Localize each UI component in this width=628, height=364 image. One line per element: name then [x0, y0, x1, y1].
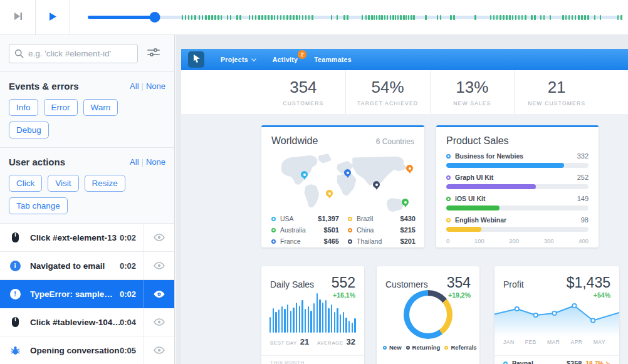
- map-pin-brazil: [326, 190, 333, 197]
- daily-sales-bar: [299, 306, 300, 333]
- daily-sales-bar: [322, 303, 323, 333]
- stats-bar: 354 CUSTOMERS 54% TARGET ACHIEVED 13% NE…: [181, 70, 628, 114]
- product-bar-fill: [446, 227, 481, 232]
- filter-settings-icon[interactable]: [147, 46, 160, 61]
- event-row-click-tableview[interactable]: Click #tableview-104… 0:04: [0, 308, 174, 336]
- daily-sales-bar: [278, 309, 280, 333]
- event-tick: [425, 15, 427, 20]
- events-errors-none-link[interactable]: None: [146, 81, 165, 91]
- filter-chip-error[interactable]: Error: [44, 99, 78, 116]
- filter-chip-warn[interactable]: Warn: [83, 99, 118, 116]
- event-row-opening-conversation[interactable]: Opening conversation 0:05: [0, 336, 174, 364]
- watch-event-button[interactable]: [144, 336, 174, 364]
- event-tick: [371, 15, 373, 20]
- event-tick: [299, 15, 301, 20]
- timeline-scrubber-handle[interactable]: [150, 12, 160, 23]
- play-button[interactable]: [36, 0, 70, 34]
- event-tick: [392, 15, 394, 20]
- legend-ring-icon: [271, 239, 276, 244]
- filter-chip-resize[interactable]: Resize: [85, 175, 125, 192]
- stat-value: 21: [548, 78, 566, 97]
- customers-legend: New Returning Referrals: [383, 344, 476, 351]
- search-input[interactable]: [28, 49, 132, 58]
- event-tick: [565, 15, 567, 20]
- error-icon: !: [0, 289, 30, 299]
- product-row: English Webinar98: [446, 216, 589, 232]
- filter-chip-tab-change[interactable]: Tab change: [9, 197, 68, 214]
- events-errors-title: Events & errors: [9, 81, 130, 91]
- profit-footer-delta: 18.7% ↘: [585, 360, 610, 364]
- customers-donut-chart: [404, 290, 453, 339]
- skip-forward-button[interactable]: [0, 0, 36, 34]
- daily-sales-bar-chart: [270, 293, 356, 333]
- map-pin-france: [344, 169, 351, 176]
- worldwide-legend: USA$1,397 Brazil$430 Australia$501 China…: [271, 215, 416, 245]
- event-row-click-ext-element[interactable]: Click #ext-element-13 0:02: [0, 224, 174, 252]
- watch-event-button[interactable]: [144, 224, 174, 252]
- user-actions-none-link[interactable]: None: [146, 157, 165, 167]
- event-tick: [506, 15, 508, 20]
- event-tick: [540, 15, 542, 20]
- worldwide-card: Worldwide 6 Countries USA$1,397 Brazil$4…: [261, 125, 424, 247]
- event-tick: [217, 15, 219, 20]
- legend-ring-icon: [446, 218, 451, 222]
- event-tick: [550, 15, 552, 20]
- event-tick: [521, 15, 523, 20]
- filter-chip-info[interactable]: Info: [9, 99, 38, 116]
- daily-sales-title: Daily Sales: [270, 279, 332, 289]
- legend-ring-icon: [444, 346, 448, 350]
- events-errors-section: Events & errors All|None Info Error Warn…: [0, 72, 174, 148]
- legend-ring-icon: [348, 239, 352, 244]
- link-separator: |: [142, 81, 144, 91]
- stat-new-customers: 21 NEW CUSTOMERS: [514, 70, 599, 114]
- event-time: 0:05: [120, 346, 136, 355]
- event-tick: [347, 15, 348, 20]
- event-tick: [587, 15, 589, 20]
- event-tick: [252, 15, 254, 20]
- daily-sales-bar: [331, 304, 332, 333]
- legend-ring-icon: [446, 154, 451, 159]
- event-tick: [395, 15, 397, 20]
- event-tick: [286, 15, 288, 20]
- nav-item-teammates[interactable]: Teammates: [314, 56, 352, 63]
- daily-sales-bar: [287, 304, 288, 333]
- event-time: 0:04: [120, 318, 136, 327]
- daily-sales-bar: [296, 303, 297, 333]
- customers-value: 354: [447, 274, 471, 291]
- watch-event-button[interactable]: [144, 252, 174, 280]
- event-time: 0:02: [120, 261, 136, 271]
- event-row-typeerror-selected[interactable]: ! TypeError: sample… 0:02: [0, 280, 174, 308]
- event-tick: [293, 15, 295, 20]
- events-errors-all-link[interactable]: All: [130, 81, 139, 91]
- customers-delta: +19,2%: [448, 291, 471, 299]
- filter-chip-debug[interactable]: Debug: [9, 122, 49, 138]
- event-tick: [274, 15, 276, 20]
- filter-chip-click[interactable]: Click: [9, 175, 42, 192]
- event-tick: [584, 15, 586, 20]
- session-replay-window: Events & errors All|None Info Error Warn…: [0, 0, 628, 364]
- world-map: [268, 153, 418, 214]
- watch-event-button[interactable]: [144, 308, 174, 336]
- daily-sales-bar: [337, 308, 338, 333]
- watch-event-button[interactable]: [144, 280, 174, 308]
- worldwide-title: Worldwide: [271, 135, 376, 147]
- daily-sales-card: Daily Sales 552 +16,1% BEST DAY21 AVERAG…: [261, 266, 364, 364]
- nav-item-activity[interactable]: Activity 2: [273, 56, 298, 63]
- daily-sales-stats: BEST DAY21 AVERAGE32: [270, 337, 355, 346]
- event-row-navigated-email[interactable]: i Navigated to email 0:02: [0, 252, 174, 280]
- customers-title: Customers: [385, 279, 447, 289]
- event-tick: [490, 15, 492, 20]
- nav-item-projects[interactable]: Projects: [221, 56, 256, 63]
- user-actions-all-link[interactable]: All: [130, 157, 139, 167]
- event-tick: [368, 15, 370, 20]
- cursor-arrow-icon: [192, 53, 201, 66]
- event-tick: [261, 15, 263, 20]
- timeline-track[interactable]: [88, 16, 620, 19]
- legend-item-referrals: Referrals: [444, 344, 476, 351]
- event-tick: [543, 15, 545, 20]
- search-box[interactable]: [9, 44, 138, 63]
- profit-card: Profit $1,435 +54% JAN FEB MAR APR MAY P…: [495, 266, 619, 364]
- app-logo[interactable]: [188, 51, 204, 68]
- product-bar-track: [446, 205, 589, 211]
- filter-chip-visit[interactable]: Visit: [48, 175, 78, 192]
